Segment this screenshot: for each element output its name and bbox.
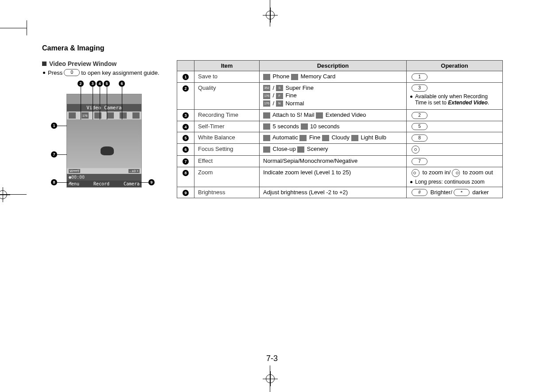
option-label: Light Bulb — [359, 134, 386, 141]
op-text: Brighter/ — [429, 189, 452, 196]
option-icon — [263, 135, 270, 141]
sub-heading-text: Video Preview Window — [49, 60, 117, 67]
icon-strip: 176 — [67, 111, 141, 119]
option-label: Scenery — [305, 146, 328, 152]
screen-title: Video Camera — [67, 104, 141, 111]
section-title: Camera & Imaging — [42, 44, 503, 52]
option-icon: S — [276, 85, 283, 91]
option-icon — [263, 123, 270, 130]
option-label: Super Fine — [284, 85, 314, 91]
row-number: 2 — [177, 82, 194, 110]
desc-cell: Indicate zoom level (Level 1 to 25) — [260, 167, 407, 187]
row-number: 6 — [177, 143, 194, 155]
item-cell: Recording Time — [194, 110, 260, 121]
table-row: 2Quality352 / S Super Fine176 / F Fine17… — [177, 82, 503, 110]
item-cell: Self-Timer — [194, 121, 260, 132]
registration-mark-bottom — [266, 374, 275, 383]
quality-icon: 176 — [82, 112, 89, 119]
operation-cell: # Brighter/＊ darker — [407, 187, 503, 198]
table-row: 3Recording Time Attach to S! Mail Extend… — [177, 110, 503, 121]
option-label: Fine — [307, 134, 322, 141]
th-item: Item — [194, 61, 260, 71]
nav-key-icon — [412, 146, 420, 154]
option-label: Attach to S! Mail — [271, 111, 316, 118]
operation-cell: 5 — [407, 121, 503, 132]
number-badge: 8 — [183, 170, 189, 176]
option-icon: 352 — [263, 85, 270, 91]
page-number: 7-3 — [266, 354, 278, 363]
number-badge: 3 — [183, 112, 189, 119]
crop-mark — [0, 28, 27, 28]
row-number: 5 — [177, 132, 194, 144]
item-cell: White Balance — [194, 132, 260, 144]
keycap: 8 — [412, 135, 427, 142]
crop-mark — [0, 194, 27, 195]
callout-2: 2 — [78, 81, 84, 87]
keycap: 1 — [412, 73, 427, 81]
operation-cell: 7 — [407, 155, 503, 167]
phone-screenshot: 1 2 3 4 5 6 7 8 9 — [66, 94, 142, 188]
number-badge: 4 — [183, 124, 189, 130]
callout-9: 9 — [148, 179, 155, 185]
desc-cell: 352 / S Super Fine176 / F Fine176 / N No… — [260, 82, 407, 110]
row-number: 4 — [177, 121, 194, 132]
number-badge: 6 — [183, 146, 189, 153]
operation-cell: 2 — [407, 110, 503, 121]
spec-table: Item Description Operation 1Save to Phon… — [177, 60, 503, 198]
row-number: 1 — [177, 71, 194, 83]
registration-mark-left — [0, 190, 7, 199]
option-label: Cloudy — [330, 134, 351, 141]
press-text-pre: Press — [48, 69, 62, 76]
softkey-record: Record — [93, 181, 109, 186]
table-row: 6Focus Setting Close-up Scenery — [177, 143, 503, 155]
table-row: 1Save to Phone Memory Card 1 — [177, 71, 503, 83]
separator: / — [271, 85, 276, 91]
number-badge: 2 — [183, 85, 189, 92]
focus-icon — [132, 112, 140, 119]
option-label: Memory Card — [299, 73, 335, 80]
callout-6: 6 — [119, 81, 125, 87]
option-label: Fine — [284, 92, 297, 99]
option-icon — [297, 146, 304, 153]
bullet-icon — [410, 96, 412, 98]
option-label: Automatic — [271, 134, 299, 141]
option-icon — [322, 135, 329, 141]
crop-mark — [270, 0, 270, 27]
callout-3: 3 — [89, 81, 96, 87]
table-row: 4Self-Timer 5 seconds 10 seconds 5 — [177, 121, 503, 132]
option-icon — [299, 135, 307, 141]
op-text: to zoom out — [461, 169, 493, 176]
option-icon — [291, 74, 298, 80]
operation-cell: 8 — [407, 132, 503, 144]
item-cell: Save to — [194, 71, 260, 83]
viewfinder — [67, 119, 141, 168]
item-cell: Focus Setting — [194, 143, 260, 155]
operation-cell: 3Available only when Recording Time is s… — [407, 82, 503, 110]
softkey-camera: Camera — [124, 181, 140, 186]
desc-cell: 5 seconds 10 seconds — [260, 121, 407, 132]
op-text: darker — [471, 189, 489, 196]
separator: / — [271, 100, 276, 107]
bullet-icon — [410, 181, 412, 183]
softkey-menu: Menu — [69, 181, 79, 186]
option-label: 5 seconds — [271, 123, 301, 130]
option-icon: F — [276, 93, 283, 99]
number-badge: 1 — [183, 74, 189, 80]
key-0: 0 — [64, 69, 80, 76]
keycap-hash: # — [412, 189, 427, 196]
option-icon — [263, 112, 270, 119]
row-number: 9 — [177, 187, 194, 198]
callout-1: 1 — [51, 123, 57, 129]
time-display: ●00:00 — [67, 174, 141, 181]
keycap: 5 — [412, 123, 427, 130]
option-icon — [263, 146, 270, 153]
note-text: Long press: continuous zoom — [415, 179, 485, 185]
callout-4: 4 — [97, 81, 103, 87]
desc-cell: Phone Memory Card — [260, 71, 407, 83]
nav-down-icon — [452, 169, 460, 177]
row-number: 8 — [177, 167, 194, 187]
callout-7: 7 — [51, 151, 57, 158]
number-badge: 7 — [183, 158, 189, 165]
sub-heading: Video Preview Window — [42, 60, 166, 67]
table-row: 8ZoomIndicate zoom level (Level 1 to 25)… — [177, 167, 503, 187]
